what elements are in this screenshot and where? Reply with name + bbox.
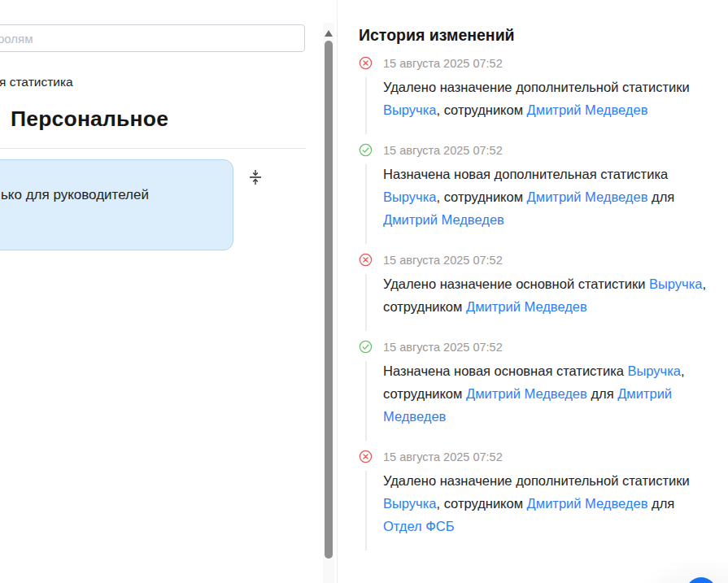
success-check-icon xyxy=(359,143,383,157)
entry-message: Удалено назначение дополнительной статис… xyxy=(383,469,710,537)
history-link[interactable]: Выручка xyxy=(627,363,680,378)
removed-cross-icon xyxy=(359,56,383,70)
history-text-segment: Удалено назначение дополнительной статис… xyxy=(383,473,690,488)
scrollbar-thumb[interactable] xyxy=(325,41,333,559)
entry-message: Назначена новая основная статистика Выру… xyxy=(383,359,710,428)
roles-filter-input[interactable] xyxy=(0,24,305,52)
section-divider xyxy=(0,148,306,149)
history-link[interactable]: Дмитрий Медведев xyxy=(527,189,648,204)
collapse-vertical-icon[interactable] xyxy=(246,168,264,190)
history-link[interactable]: Дмитрий Медведев xyxy=(466,299,587,314)
leaders-only-card-label: ько для руководителей xyxy=(1,187,149,202)
entry-timestamp: 15 августа 2025 07:52 xyxy=(383,252,710,269)
screen: я статистика Персональное ько для руково… xyxy=(0,0,728,583)
entry-status-column xyxy=(359,339,383,428)
removed-cross-icon xyxy=(359,253,383,267)
entry-body: 15 августа 2025 07:52 Назначена новая ос… xyxy=(383,339,710,428)
history-text-segment: Назначена новая основная статистика xyxy=(383,363,627,378)
entry-message: Удалено назначение основной статистики В… xyxy=(383,272,710,318)
history-link[interactable]: Выручка xyxy=(383,496,436,511)
entry-status-column xyxy=(359,449,383,537)
panel-separator xyxy=(337,0,338,583)
history-link[interactable]: Выручка xyxy=(649,276,702,291)
success-check-icon xyxy=(359,340,383,354)
history-link[interactable]: Дмитрий Медведев xyxy=(383,212,504,227)
entry-body: 15 августа 2025 07:52 Удалено назначение… xyxy=(383,252,710,318)
history-link[interactable]: Отдел ФСБ xyxy=(383,519,455,533)
entry-message: Удалено назначение дополнительной статис… xyxy=(383,76,710,121)
history-text-segment: для xyxy=(647,189,674,204)
entry-status-column xyxy=(359,252,383,318)
history-link[interactable]: Выручка xyxy=(383,189,436,204)
entry-body: 15 августа 2025 07:52 Удалено назначение… xyxy=(383,55,710,121)
entry-timestamp: 15 августа 2025 07:52 xyxy=(383,449,710,466)
entry-timestamp: 15 августа 2025 07:52 xyxy=(383,339,710,356)
removed-cross-icon xyxy=(359,450,383,463)
history-entry: 15 августа 2025 07:52 Удалено назначение… xyxy=(359,55,713,121)
history-list: 15 августа 2025 07:52 Удалено назначение… xyxy=(359,55,713,537)
history-entry: 15 августа 2025 07:52 Удалено назначение… xyxy=(359,252,713,318)
history-text-segment: Назначена новая дополнительная статистик… xyxy=(383,167,668,181)
history-link[interactable]: Дмитрий Медведев xyxy=(466,386,587,401)
history-link[interactable]: Выручка xyxy=(383,102,436,117)
history-text-segment: , сотрудником xyxy=(436,102,526,117)
entry-body: 15 августа 2025 07:52 Назначена новая до… xyxy=(383,142,710,231)
scroll-fab[interactable] xyxy=(686,577,717,583)
history-text-segment: для xyxy=(587,386,617,401)
statistics-section-label: я статистика xyxy=(0,75,73,89)
history-text-segment: Удалено назначение основной статистики xyxy=(383,276,649,291)
entry-timestamp: 15 августа 2025 07:52 xyxy=(383,55,710,72)
entry-status-column xyxy=(359,55,383,121)
scroll-up-arrow-icon[interactable] xyxy=(325,30,333,37)
history-panel: История изменений 15 августа 2025 07:52 … xyxy=(359,25,713,559)
left-panel-scrollbar[interactable] xyxy=(323,23,334,583)
entry-message: Назначена новая дополнительная статистик… xyxy=(383,163,710,231)
leaders-only-card[interactable]: ько для руководителей xyxy=(0,159,233,250)
entry-status-column xyxy=(359,142,383,231)
history-title: История изменений xyxy=(359,25,713,46)
history-entry: 15 августа 2025 07:52 Назначена новая до… xyxy=(359,142,713,231)
history-entry: 15 августа 2025 07:52 Назначена новая ос… xyxy=(359,339,713,428)
history-link[interactable]: Дмитрий Медведев xyxy=(527,102,648,117)
history-entry: 15 августа 2025 07:52 Удалено назначение… xyxy=(359,449,713,537)
history-text-segment: для xyxy=(647,496,674,511)
history-text-segment: , сотрудником xyxy=(436,496,526,511)
history-link[interactable]: Дмитрий Медведев xyxy=(527,496,648,511)
history-text-segment: Удалено назначение дополнительной статис… xyxy=(383,80,690,94)
personal-section-title: Персональное xyxy=(11,107,168,132)
history-text-segment: , сотрудником xyxy=(436,189,526,204)
entry-body: 15 августа 2025 07:52 Удалено назначение… xyxy=(383,449,710,537)
entry-timestamp: 15 августа 2025 07:52 xyxy=(383,142,710,159)
